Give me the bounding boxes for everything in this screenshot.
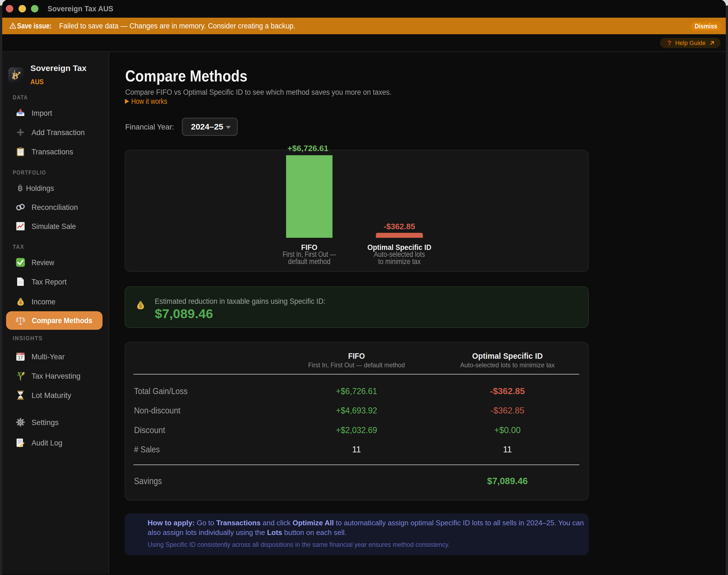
svg-text:17: 17	[18, 356, 23, 360]
svg-text:$: $	[19, 300, 22, 305]
svg-text:$: $	[139, 304, 142, 308]
svg-text:B: B	[18, 184, 22, 192]
svg-text:JUL: JUL	[18, 353, 21, 355]
